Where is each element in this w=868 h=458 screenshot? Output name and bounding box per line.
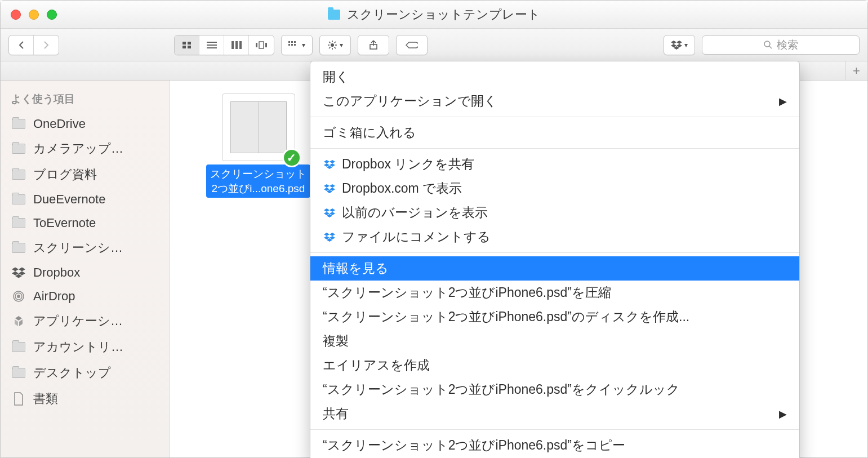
sidebar-item[interactable]: ToEvernote — [1, 211, 169, 235]
sidebar-item[interactable]: 書類 — [1, 386, 169, 412]
dropbox-icon — [11, 266, 26, 279]
svg-line-25 — [335, 47, 336, 48]
menu-item[interactable]: “スクリーンショット2つ並びiPhone6.psd”をコピー — [310, 433, 799, 457]
sidebar-item-label: ブログ資料 — [33, 166, 97, 183]
menu-item-label: ファイルにコメントする — [342, 228, 491, 246]
menu-item-label: 複製 — [323, 332, 349, 350]
menu-item[interactable]: エイリアスを作成 — [310, 353, 799, 377]
search-icon — [764, 41, 772, 49]
action-button[interactable]: ▾ — [319, 35, 351, 55]
sidebar-item[interactable]: カメラアップ… — [1, 136, 169, 162]
folder-icon — [11, 143, 26, 155]
folder-icon — [11, 217, 26, 229]
add-tab-button[interactable]: + — [845, 61, 867, 80]
icon-view-button[interactable] — [175, 35, 199, 55]
sidebar-item-label: アカウントリ… — [33, 339, 123, 355]
sidebar-item[interactable]: スクリーンシ… — [1, 235, 169, 261]
menu-item-label: Dropbox.com で表示 — [342, 180, 462, 197]
svg-line-27 — [335, 42, 336, 43]
svg-rect-14 — [291, 41, 293, 43]
menu-item[interactable]: 以前のバージョンを表示 — [310, 201, 799, 225]
menu-item[interactable]: 開く — [310, 65, 799, 89]
chevron-down-icon: ▾ — [684, 41, 688, 49]
menu-item[interactable]: “スクリーンショット2つ並びiPhone6.psd”を圧縮 — [310, 281, 799, 305]
sidebar-item[interactable]: AirDrop — [1, 284, 169, 308]
svg-point-31 — [17, 295, 20, 298]
titlebar: スクリーンショットテンプレート — [1, 1, 867, 29]
app-icon — [11, 315, 26, 327]
svg-rect-10 — [256, 43, 257, 47]
menu-item[interactable]: 情報を見る — [310, 256, 799, 281]
sidebar-item-label: カメラアップ… — [33, 140, 123, 157]
menu-separator — [310, 252, 799, 253]
share-button[interactable] — [358, 35, 389, 55]
folder-icon — [11, 367, 26, 379]
svg-rect-2 — [182, 46, 186, 48]
menu-item[interactable]: ファイルにコメントする — [310, 225, 799, 249]
chevron-down-icon: ▾ — [302, 41, 305, 49]
chevron-right-icon: ▶ — [779, 95, 787, 108]
dropbox-icon — [323, 206, 336, 220]
minimize-window-button[interactable] — [29, 10, 39, 20]
menu-item-label: “スクリーンショット2つ並びiPhone6.psd”を圧縮 — [323, 284, 611, 301]
context-menu: 開くこのアプリケーションで開く▶ゴミ箱に入れるDropbox リンクを共有Dro… — [310, 61, 800, 458]
zoom-window-button[interactable] — [47, 10, 57, 20]
menu-separator — [310, 429, 799, 430]
search-input[interactable]: 検索 — [702, 35, 860, 55]
svg-rect-5 — [207, 45, 217, 46]
menu-item-label: このアプリケーションで開く — [323, 92, 497, 110]
forward-button[interactable] — [34, 35, 59, 55]
sidebar-item-label: デスクトップ — [33, 364, 111, 381]
sidebar-item[interactable]: アプリケーシ… — [1, 308, 169, 334]
file-name: スクリーンショット 2つ並びi...one6.psd — [206, 164, 310, 198]
svg-rect-3 — [188, 46, 191, 48]
svg-rect-17 — [291, 44, 293, 46]
menu-separator — [310, 148, 799, 149]
menu-item[interactable]: Dropbox リンクを共有 — [310, 152, 799, 176]
sidebar-item-label: AirDrop — [33, 289, 75, 304]
svg-rect-9 — [239, 41, 242, 49]
sidebar-item-label: OneDrive — [33, 117, 86, 131]
list-view-button[interactable] — [199, 35, 224, 55]
menu-item-label: Dropbox リンクを共有 — [342, 155, 474, 173]
menu-item[interactable]: 複製 — [310, 329, 799, 353]
sidebar-item[interactable]: ブログ資料 — [1, 162, 169, 188]
svg-line-30 — [769, 46, 772, 48]
menu-item[interactable]: Dropbox.com で表示 — [310, 176, 799, 201]
menu-item-label: エイリアスを作成 — [323, 357, 430, 374]
svg-line-26 — [329, 47, 331, 48]
menu-item[interactable]: ゴミ箱に入れる — [310, 121, 799, 145]
back-button[interactable] — [9, 35, 34, 55]
menu-item[interactable]: “スクリーンショット2つ並びiPhone6.psd”のディスクを作成... — [310, 305, 799, 329]
menu-item[interactable]: “スクリーンショット2つ並びiPhone6.psd”をクイックルック — [310, 377, 799, 402]
menu-item[interactable]: 共有▶ — [310, 402, 799, 426]
menu-item-label: 開く — [323, 68, 349, 86]
sidebar-item-label: 書類 — [33, 390, 58, 407]
sidebar-item[interactable]: DueEvernote — [1, 188, 169, 211]
sidebar-item[interactable]: デスクトップ — [1, 360, 169, 386]
svg-rect-18 — [294, 44, 296, 46]
dropbox-toolbar-button[interactable]: ▾ — [664, 35, 695, 55]
close-window-button[interactable] — [11, 10, 21, 20]
coverflow-view-button[interactable] — [249, 35, 274, 55]
svg-rect-1 — [188, 42, 191, 45]
sidebar-item[interactable]: Dropbox — [1, 261, 169, 284]
arrange-button[interactable]: ▾ — [281, 35, 313, 55]
doc-icon — [11, 393, 26, 405]
sidebar-item-label: Dropbox — [33, 265, 80, 280]
folder-icon — [11, 242, 26, 254]
menu-item[interactable]: このアプリケーションで開く▶ — [310, 89, 799, 113]
chevron-right-icon: ▶ — [779, 408, 787, 420]
menu-item-label: 以前のバージョンを表示 — [342, 204, 488, 221]
file-item[interactable]: ✓ スクリーンショット 2つ並びi...one6.psd — [206, 89, 310, 198]
view-mode-buttons — [174, 35, 274, 55]
tags-button[interactable] — [396, 35, 428, 55]
sidebar-item[interactable]: アカウントリ… — [1, 334, 169, 360]
svg-rect-12 — [265, 43, 267, 47]
folder-icon — [328, 10, 340, 20]
svg-line-24 — [329, 42, 331, 43]
dropbox-icon — [323, 230, 336, 244]
column-view-button[interactable] — [224, 35, 249, 55]
sidebar-item[interactable]: OneDrive — [1, 112, 169, 136]
chevron-down-icon: ▾ — [340, 41, 343, 49]
